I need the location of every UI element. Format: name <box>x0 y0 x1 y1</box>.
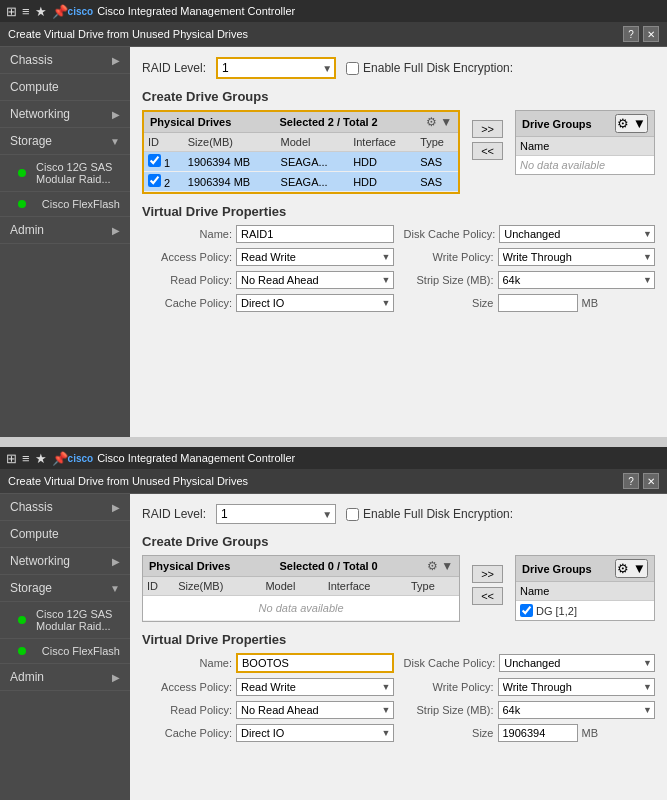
raid-select-wrapper-1: 1 0 5 6 ▼ <box>216 57 336 79</box>
list-icon-1[interactable]: ≡ <box>22 4 30 19</box>
sidebar-item-storage-1[interactable]: Storage ▼ <box>0 128 130 155</box>
raid-select-1[interactable]: 1 0 5 6 <box>216 57 336 79</box>
sidebar-item-chassis-2[interactable]: Chassis ▶ <box>0 494 130 521</box>
vd-access-select-2[interactable]: Read Write <box>236 678 394 696</box>
sidebar-item-networking-2[interactable]: Networking ▶ <box>0 548 130 575</box>
sidebar-item-networking-1[interactable]: Networking ▶ <box>0 101 130 128</box>
chevron-storage-2: ▼ <box>110 583 120 594</box>
forward-btn-2[interactable]: >> <box>472 565 503 583</box>
pd-type-1-2: SAS <box>416 172 458 192</box>
dg-gear-btn-2[interactable]: ⚙ ▼ <box>615 559 648 578</box>
raid-select-2[interactable]: 1 0 5 6 <box>216 504 336 524</box>
pd-type-1-1: SAS <box>416 152 458 172</box>
sidebar-1: Chassis ▶ Compute Networking ▶ Storage ▼… <box>0 47 130 437</box>
vd-diskcache-select-2[interactable]: Unchanged <box>499 654 655 672</box>
pd-selected-2: Selected 0 / Total 0 <box>280 560 378 572</box>
vd-read-label-1: Read Policy: <box>142 274 232 286</box>
vd-read-select-2[interactable]: No Read Ahead <box>236 701 394 719</box>
vd-cache-select-2[interactable]: Direct IO <box>236 724 394 742</box>
pd-gear-btn-2[interactable]: ⚙ ▼ <box>427 559 453 573</box>
vd-strip-select-wrap-1: 64k ▼ <box>498 271 656 289</box>
sidebar-label-chassis-2: Chassis <box>10 500 53 514</box>
vd-access-row-1: Access Policy: Read Write ▼ <box>142 248 394 266</box>
pd-check-1: 1 <box>144 152 184 172</box>
sidebar-item-chassis-1[interactable]: Chassis ▶ <box>0 47 130 74</box>
pin-icon-2[interactable]: 📌 <box>52 451 68 466</box>
encryption-checkbox-1[interactable] <box>346 62 359 75</box>
close-button-1[interactable]: ✕ <box>643 26 659 42</box>
sidebar-sub-raid-1[interactable]: Cisco 12G SAS Modular Raid... <box>0 155 130 192</box>
dg-row-1-2: DG [1,2] <box>516 601 654 621</box>
sidebar-label-networking-2: Networking <box>10 554 70 568</box>
arrow-buttons-1: >> << <box>468 110 507 170</box>
sidebar-sub-raid-2[interactable]: Cisco 12G SAS Modular Raid... <box>0 602 130 639</box>
encryption-label-1: Enable Full Disk Encryption: <box>346 61 513 75</box>
vd-strip-select-1[interactable]: 64k <box>498 271 656 289</box>
list-icon-2[interactable]: ≡ <box>22 451 30 466</box>
chevron-storage-1: ▼ <box>110 136 120 147</box>
back-btn-2[interactable]: << <box>472 587 503 605</box>
grid-icon-1[interactable]: ⊞ <box>6 4 17 19</box>
vd-name-input-2[interactable] <box>236 653 394 673</box>
vd-size-input-1[interactable] <box>498 294 578 312</box>
pd-size-1-2: 1906394 MB <box>184 172 277 192</box>
pd-size-1-1: 1906394 MB <box>184 152 277 172</box>
pd-selected-1: Selected 2 / Total 2 <box>280 116 378 128</box>
dg-gear-btn-1[interactable]: ⚙ ▼ <box>615 114 648 133</box>
pd-gear-btn-1[interactable]: ⚙ ▼ <box>426 115 452 129</box>
help-button-1[interactable]: ? <box>623 26 639 42</box>
vd-section-2: Virtual Drive Properties Name: Disk Cach… <box>142 632 655 742</box>
vd-read-select-wrap-2: No Read Ahead ▼ <box>236 701 394 719</box>
main-layout-2: Chassis ▶ Compute Networking ▶ Storage ▼… <box>0 494 667 800</box>
table-row[interactable]: 2 1906394 MB SEAGA... HDD SAS <box>144 172 458 192</box>
back-btn-1[interactable]: << <box>472 142 503 160</box>
vd-cache-select-wrap-2: Direct IO ▼ <box>236 724 394 742</box>
vd-size-row-2: Size MB <box>404 724 656 742</box>
table-row[interactable]: DG [1,2] <box>516 601 654 621</box>
sidebar-label-storage-2: Storage <box>10 581 52 595</box>
chevron-chassis-1: ▶ <box>112 55 120 66</box>
vd-name-input-1[interactable] <box>236 225 394 243</box>
close-button-2[interactable]: ✕ <box>643 473 659 489</box>
vd-write-row-1: Write Policy: Write Through ▼ <box>404 248 656 266</box>
vd-diskcache-select-1[interactable]: Unchanged <box>499 225 655 243</box>
pd-table-2: ID Size(MB) Model Interface Type No data… <box>143 577 459 621</box>
sidebar-item-storage-2[interactable]: Storage ▼ <box>0 575 130 602</box>
dot-raid-1 <box>18 169 26 177</box>
sidebar-sub-flex-1[interactable]: Cisco FlexFlash <box>0 192 130 217</box>
sidebar-item-compute-2[interactable]: Compute <box>0 521 130 548</box>
vd-access-select-wrap-2: Read Write ▼ <box>236 678 394 696</box>
vd-write-select-2[interactable]: Write Through <box>498 678 656 696</box>
vd-diskcache-row-1: Disk Cache Policy: Unchanged ▼ <box>404 225 656 243</box>
vd-read-row-1: Read Policy: No Read Ahead ▼ <box>142 271 394 289</box>
raid-row-2: RAID Level: 1 0 5 6 ▼ Enable Full Disk E… <box>142 504 655 524</box>
encryption-checkbox-2[interactable] <box>346 508 359 521</box>
dg-checkbox-2[interactable] <box>520 604 533 617</box>
grid-icon-2[interactable]: ⊞ <box>6 451 17 466</box>
section-drive-groups-1: Create Drive Groups <box>142 89 655 104</box>
sidebar-item-compute-1[interactable]: Compute <box>0 74 130 101</box>
sidebar-item-admin-1[interactable]: Admin ▶ <box>0 217 130 244</box>
pd-col-model-2: Model <box>261 577 323 596</box>
forward-btn-1[interactable]: >> <box>472 120 503 138</box>
top-bar-2: ⊞ ≡ ★ 📌 cisco Cisco Integrated Managemen… <box>0 447 667 469</box>
sidebar-sub-flex-2[interactable]: Cisco FlexFlash <box>0 639 130 664</box>
dialog-title-1: Create Virtual Drive from Unused Physica… <box>8 28 248 40</box>
pin-icon-1[interactable]: 📌 <box>52 4 68 19</box>
star-icon-2[interactable]: ★ <box>35 451 47 466</box>
vd-write-select-1[interactable]: Write Through <box>498 248 656 266</box>
dg-title-2: Drive Groups <box>522 563 592 575</box>
vd-name-label-1: Name: <box>142 228 232 240</box>
vd-read-select-1[interactable]: No Read Ahead <box>236 271 394 289</box>
pd-model-1-2: SEAGA... <box>277 172 350 192</box>
star-icon-1[interactable]: ★ <box>35 4 47 19</box>
pd-table-1: ID Size(MB) Model Interface Type 1 19063… <box>144 133 458 192</box>
vd-size-input-2[interactable] <box>498 724 578 742</box>
sidebar-label-raid-2: Cisco 12G SAS Modular Raid... <box>36 608 120 632</box>
sidebar-item-admin-2[interactable]: Admin ▶ <box>0 664 130 691</box>
table-row[interactable]: 1 1906394 MB SEAGA... HDD SAS <box>144 152 458 172</box>
help-button-2[interactable]: ? <box>623 473 639 489</box>
vd-access-select-1[interactable]: Read Write <box>236 248 394 266</box>
vd-strip-select-2[interactable]: 64k <box>498 701 656 719</box>
vd-cache-select-1[interactable]: Direct IO <box>236 294 394 312</box>
